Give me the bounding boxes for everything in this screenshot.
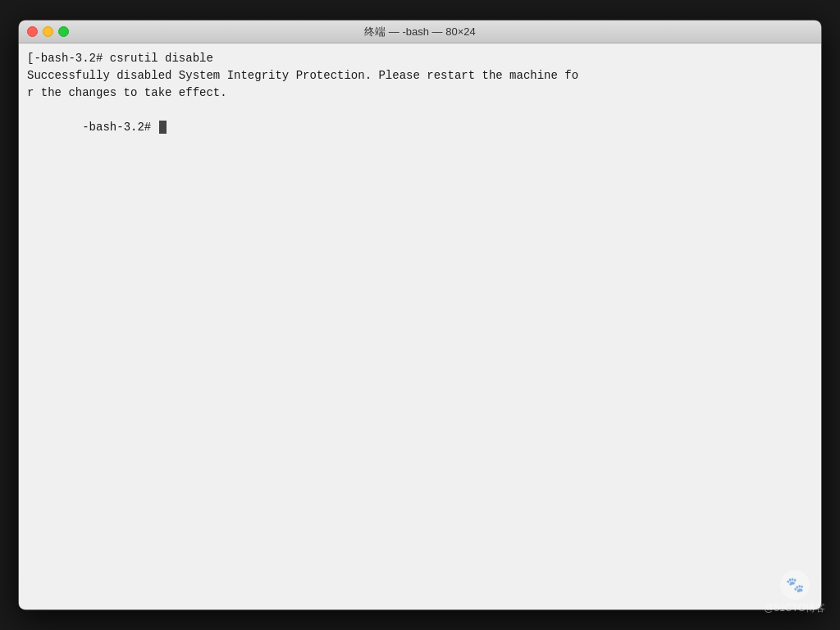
terminal-window: 终端 — -bash — 80×24 [-bash-3.2# csrutil d… xyxy=(18,20,822,610)
watermark-icon: 🐾 xyxy=(780,570,810,600)
terminal-line-3: r the changes to take effect. xyxy=(27,84,813,102)
close-button[interactable] xyxy=(27,26,38,37)
title-bar: 终端 — -bash — 80×24 xyxy=(19,21,821,43)
terminal-cursor xyxy=(159,121,167,134)
watermark-text: @51CTO博客 xyxy=(764,602,825,614)
maximize-button[interactable] xyxy=(58,26,69,37)
terminal-body[interactable]: [-bash-3.2# csrutil disable Successfully… xyxy=(19,43,821,609)
terminal-line-4: -bash-3.2# xyxy=(27,102,813,153)
minimize-button[interactable] xyxy=(43,26,53,37)
traffic-lights xyxy=(27,26,69,37)
screen-container: 终端 — -bash — 80×24 [-bash-3.2# csrutil d… xyxy=(18,20,822,610)
watermark: 🐾 @51CTO博客 xyxy=(764,570,825,615)
window-title: 终端 — -bash — 80×24 xyxy=(364,25,475,39)
terminal-line-1: [-bash-3.2# csrutil disable xyxy=(27,50,813,67)
terminal-line-2: Successfully disabled System Integrity P… xyxy=(27,67,813,84)
